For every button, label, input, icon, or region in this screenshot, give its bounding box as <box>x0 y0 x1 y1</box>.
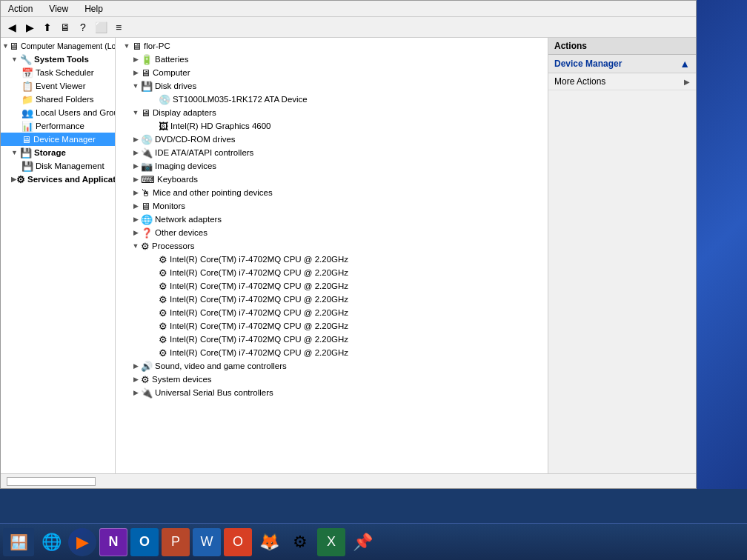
toolbar-forward[interactable]: ▶ <box>21 19 38 36</box>
toolbar-properties[interactable]: ⬜ <box>93 19 109 36</box>
dev-st1000[interactable]: ▶ 💿 ST1000LM035-1RK172 ATA Device <box>116 93 548 106</box>
taskbar: 🪟 🌐 ▶ N O P W O 🦊 ⚙ X 📌 <box>0 523 747 560</box>
toolbar-details[interactable]: ≡ <box>110 19 127 36</box>
sidebar-services-applications[interactable]: ▶ ⚙ Services and Applications <box>1 173 115 186</box>
menu-view[interactable]: View <box>44 2 73 16</box>
dev-network[interactable]: ▶ 🌐 Network adapters <box>116 213 548 226</box>
actions-more-actions[interactable]: More Actions ▶ <box>548 73 696 90</box>
sidebar-system-tools-label: System Tools <box>34 55 89 64</box>
imaging-icon: 📷 <box>141 161 153 172</box>
sidebar-disk-mgmt-label: Disk Management <box>36 161 104 170</box>
dev-computer[interactable]: ▶ 🖥 Computer <box>116 66 548 79</box>
taskbar-word[interactable]: W <box>193 528 221 556</box>
dev-cpu-2[interactable]: ▶ ⚙ Intel(R) Core(TM) i7-4702MQ CPU @ 2.… <box>116 279 548 293</box>
sidebar-device-manager-label: Device Manager <box>33 135 96 144</box>
dev-cpu-1[interactable]: ▶ ⚙ Intel(R) Core(TM) i7-4702MQ CPU @ 2.… <box>116 266 548 279</box>
performance-icon: 📊 <box>21 121 33 132</box>
status-scrollbar[interactable] <box>7 477 96 486</box>
sidebar-disk-management[interactable]: 💾 Disk Management <box>1 159 115 173</box>
dev-ide[interactable]: ▶ 🔌 IDE ATA/ATAPI controllers <box>116 146 548 159</box>
dev-usb[interactable]: ▶ 🔌 Universal Serial Bus controllers <box>116 386 548 399</box>
dev-intel-hd[interactable]: ▶ 🖼 Intel(R) HD Graphics 4600 <box>116 119 548 133</box>
sidebar-section-system-tools: ▼ 🔧 System Tools <box>1 53 115 66</box>
st1000-icon: 💿 <box>159 94 170 105</box>
dev-other[interactable]: ▶ ❓ Other devices <box>116 226 548 239</box>
dev-monitors[interactable]: ▶ 🖥 Monitors <box>116 199 548 213</box>
taskbar-onenote[interactable]: N <box>99 528 127 556</box>
sound-expand: ▶ <box>130 362 141 370</box>
computer-icon: 🖥 <box>141 67 150 79</box>
toolbar: ◀ ▶ ⬆ 🖥 ? ⬜ ≡ <box>1 17 696 38</box>
sidebar-services-label: Services and Applications <box>27 175 116 184</box>
dev-keyboards[interactable]: ▶ ⌨ Keyboards <box>116 173 548 186</box>
actions-section-device-manager[interactable]: Device Manager ▲ <box>548 55 696 73</box>
taskbar-firefox[interactable]: 🦊 <box>255 528 283 556</box>
dev-cpu-7[interactable]: ▶ ⚙ Intel(R) Core(TM) i7-4702MQ CPU @ 2.… <box>116 346 548 359</box>
dev-cpu7-label: Intel(R) Core(TM) i7-4702MQ CPU @ 2.20GH… <box>170 348 348 357</box>
dev-cpu1-label: Intel(R) Core(TM) i7-4702MQ CPU @ 2.20GH… <box>170 268 348 277</box>
sidebar-shared-folders-label: Shared Folders <box>36 95 94 104</box>
dev-cpu-5[interactable]: ▶ ⚙ Intel(R) Core(TM) i7-4702MQ CPU @ 2.… <box>116 319 548 333</box>
dev-cpu-6[interactable]: ▶ ⚙ Intel(R) Core(TM) i7-4702MQ CPU @ 2.… <box>116 333 548 346</box>
intel-hd-icon: 🖼 <box>159 121 168 132</box>
dev-disk-drives-label: Disk drives <box>155 81 196 90</box>
dev-processors[interactable]: ▼ ⚙ Processors <box>116 239 548 253</box>
toolbar-show-hide[interactable]: 🖥 <box>57 19 73 36</box>
sidebar-task-scheduler[interactable]: 📅 Task Scheduler <box>1 66 115 79</box>
taskbar-outlook[interactable]: O <box>130 528 159 556</box>
dev-cpu-3[interactable]: ▶ ⚙ Intel(R) Core(TM) i7-4702MQ CPU @ 2.… <box>116 293 548 306</box>
dev-root[interactable]: ▼ 🖥 flor-PC <box>116 39 548 53</box>
sidebar-local-users[interactable]: 👥 Local Users and Groups <box>1 106 115 119</box>
sidebar-event-viewer[interactable]: 📋 Event Viewer <box>1 79 115 93</box>
dev-imaging[interactable]: ▶ 📷 Imaging devices <box>116 159 548 173</box>
sidebar-device-manager[interactable]: 🖥 Device Manager <box>1 133 115 146</box>
display-adapters-icon: 🖥 <box>141 107 150 119</box>
dev-system-devices[interactable]: ▶ ⚙ System devices <box>116 373 548 386</box>
storage-expand: ▼ <box>11 149 20 156</box>
sidebar-shared-folders[interactable]: 📁 Shared Folders <box>1 93 115 106</box>
dev-cpu-4[interactable]: ▶ ⚙ Intel(R) Core(TM) i7-4702MQ CPU @ 2.… <box>116 306 548 319</box>
display-adapters-expand: ▼ <box>130 109 141 116</box>
toolbar-help[interactable]: ? <box>75 19 91 36</box>
services-expand: ▶ <box>11 176 16 183</box>
device-tree-panel: ▼ 🖥 flor-PC ▶ 🔋 Batteries ▶ 🖥 Computer <box>116 38 548 473</box>
sidebar-task-scheduler-label: Task Scheduler <box>36 68 94 77</box>
dev-cpu2-label: Intel(R) Core(TM) i7-4702MQ CPU @ 2.20GH… <box>170 281 348 290</box>
keyboards-icon: ⌨ <box>141 174 155 185</box>
dev-cpu6-label: Intel(R) Core(TM) i7-4702MQ CPU @ 2.20GH… <box>170 335 348 344</box>
cpu7-icon: ⚙ <box>159 347 167 359</box>
taskbar-excel[interactable]: X <box>317 528 345 556</box>
ide-icon: 🔌 <box>141 147 153 159</box>
dev-imaging-label: Imaging devices <box>155 161 216 170</box>
sidebar-computer-management[interactable]: ▼ 🖥 Computer Management (Local <box>1 39 115 53</box>
taskbar-powerpoint[interactable]: P <box>162 528 190 556</box>
dvd-icon: 💿 <box>141 134 153 145</box>
taskbar-office[interactable]: O <box>224 528 252 556</box>
taskbar-media[interactable]: ▶ <box>68 528 96 556</box>
system-tools-expand: ▼ <box>11 56 20 63</box>
taskbar-pin[interactable]: 📌 <box>348 528 376 556</box>
other-icon: ❓ <box>141 227 153 239</box>
dev-batteries[interactable]: ▶ 🔋 Batteries <box>116 53 548 66</box>
menu-help[interactable]: Help <box>80 2 107 16</box>
toolbar-up[interactable]: ⬆ <box>39 19 56 36</box>
taskbar-ie[interactable]: 🌐 <box>37 528 65 556</box>
dev-mice[interactable]: ▶ 🖱 Mice and other pointing devices <box>116 186 548 199</box>
taskbar-chrome[interactable]: ⚙ <box>286 528 314 556</box>
dev-processors-label: Processors <box>152 241 195 250</box>
dev-system-devices-label: System devices <box>152 375 212 384</box>
dev-dvd[interactable]: ▶ 💿 DVD/CD-ROM drives <box>116 133 548 146</box>
dev-cpu-0[interactable]: ▶ ⚙ Intel(R) Core(TM) i7-4702MQ CPU @ 2.… <box>116 253 548 266</box>
dev-display-adapters[interactable]: ▼ 🖥 Display adapters <box>116 106 548 119</box>
cpu0-icon: ⚙ <box>159 254 167 265</box>
keyboards-expand: ▶ <box>130 176 141 183</box>
dev-ide-label: IDE ATA/ATAPI controllers <box>155 148 253 157</box>
start-button[interactable]: 🪟 <box>3 528 34 556</box>
dev-display-adapters-label: Display adapters <box>153 108 216 117</box>
dev-disk-drives[interactable]: ▼ 💾 Disk drives <box>116 79 548 93</box>
dev-sound[interactable]: ▶ 🔊 Sound, video and game controllers <box>116 359 548 373</box>
monitors-icon: 🖥 <box>141 201 150 212</box>
toolbar-back[interactable]: ◀ <box>4 19 20 36</box>
sidebar-performance[interactable]: 📊 Performance <box>1 119 115 133</box>
menu-action[interactable]: Action <box>4 2 37 16</box>
